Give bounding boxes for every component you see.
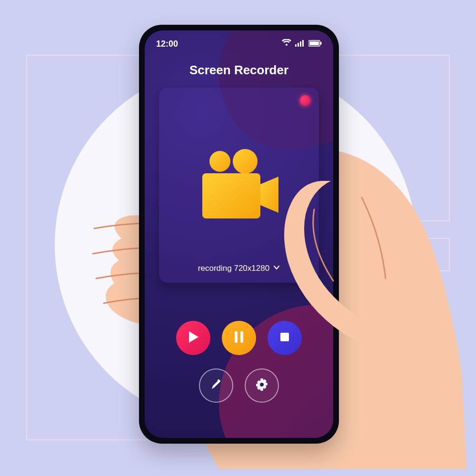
wifi-icon [282, 39, 291, 49]
resolution-label: recording 720x1280 [198, 264, 269, 273]
signal-icon [295, 39, 305, 49]
pencil-icon [210, 378, 222, 393]
play-icon [188, 331, 199, 345]
gear-icon [255, 378, 268, 393]
svg-rect-9 [202, 173, 260, 218]
svg-rect-12 [235, 331, 238, 343]
record-indicator-icon [300, 95, 310, 106]
app-title: Screen Recorder [145, 63, 333, 78]
status-time: 12:00 [156, 39, 178, 49]
hand-thumb [267, 181, 409, 357]
svg-rect-1 [298, 43, 299, 47]
svg-point-16 [260, 383, 264, 387]
settings-button[interactable] [245, 368, 279, 403]
svg-rect-6 [320, 42, 322, 45]
statusbar: 12:00 [145, 39, 333, 49]
battery-icon [308, 39, 322, 49]
svg-rect-5 [309, 41, 319, 45]
pause-button[interactable] [222, 321, 256, 355]
svg-rect-13 [240, 331, 243, 343]
svg-point-8 [233, 149, 258, 174]
svg-marker-11 [189, 331, 198, 343]
svg-rect-3 [302, 40, 304, 47]
svg-rect-2 [300, 41, 301, 47]
edit-button[interactable] [199, 368, 233, 403]
svg-point-7 [209, 151, 230, 172]
svg-rect-0 [295, 44, 297, 47]
play-button[interactable] [176, 321, 210, 355]
pause-icon [234, 331, 244, 345]
